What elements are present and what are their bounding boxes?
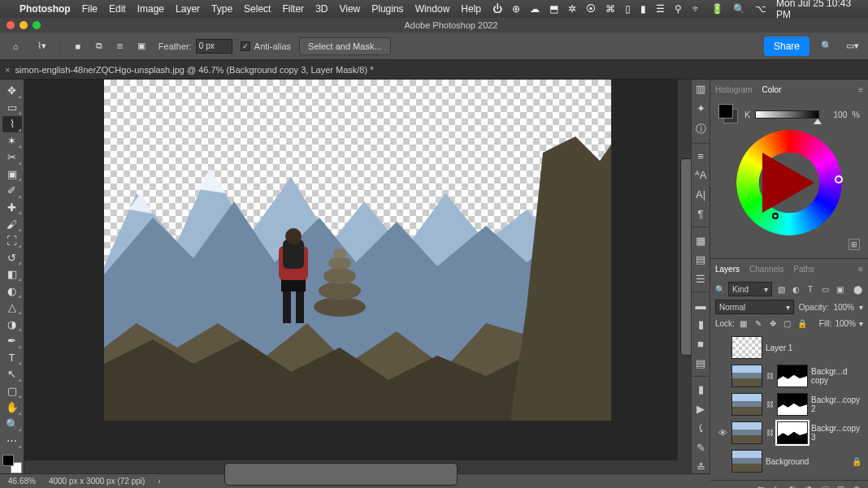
collapsed-panel-icon[interactable]: ≡ bbox=[692, 149, 710, 162]
tab-histogram[interactable]: Histogram bbox=[715, 85, 753, 94]
layer-thumbnail[interactable] bbox=[731, 336, 762, 359]
layer-row[interactable]: Layer 1 bbox=[715, 334, 863, 361]
lock-transparent-icon[interactable]: ▦ bbox=[738, 317, 749, 329]
tool-preset-dropdown[interactable]: ⌇▾ bbox=[33, 37, 50, 55]
collapsed-panel-icon[interactable]: ¶ bbox=[692, 208, 710, 221]
foreground-swatch[interactable] bbox=[718, 104, 733, 119]
opacity-dropdown-icon[interactable]: ▾ bbox=[859, 303, 863, 312]
lock-all-icon[interactable]: 🔒 bbox=[796, 317, 808, 329]
dodge-tool[interactable]: ◑ bbox=[2, 316, 22, 332]
menu-help[interactable]: Help bbox=[461, 3, 481, 15]
delete-icon[interactable]: 🗑 bbox=[853, 485, 861, 489]
layer-row[interactable]: ⛓Backgr...d copy bbox=[715, 362, 863, 390]
panel-menu-icon[interactable]: ≡ bbox=[858, 85, 863, 94]
fill-value[interactable]: 100% bbox=[835, 319, 856, 328]
collapsed-panel-icon[interactable]: ▬ bbox=[692, 299, 710, 312]
tab-channels[interactable]: Channels bbox=[749, 265, 783, 274]
battery-icon[interactable]: 🔋 bbox=[711, 3, 723, 15]
k-value[interactable]: 100 bbox=[824, 110, 847, 119]
fill-dropdown-icon[interactable]: ▾ bbox=[859, 319, 863, 328]
menu-filter[interactable]: Filter bbox=[282, 3, 304, 15]
link-icon[interactable]: ⛓ bbox=[766, 372, 774, 380]
wifi-icon[interactable]: ᯤ bbox=[692, 3, 701, 15]
workspace-dropdown[interactable]: ▭▾ bbox=[844, 37, 861, 55]
layer-row[interactable]: 👁⛓Backgr...copy 3 bbox=[715, 419, 863, 447]
status-icon[interactable]: ✲ bbox=[568, 3, 576, 15]
collapsed-panel-icon[interactable]: ▦ bbox=[692, 234, 710, 247]
minimize-window-button[interactable] bbox=[20, 21, 28, 29]
status-icon[interactable]: ▮ bbox=[640, 3, 646, 15]
pen-tool[interactable]: ✒ bbox=[2, 333, 22, 349]
document-info-chevron-icon[interactable]: › bbox=[158, 477, 160, 486]
collapsed-panel-icon[interactable]: ᴬA bbox=[692, 169, 710, 182]
group-icon[interactable]: ▢ bbox=[821, 484, 829, 488]
collapsed-panel-icon[interactable]: ⤹ bbox=[692, 422, 710, 435]
layer-thumbnail[interactable] bbox=[731, 421, 762, 444]
vertical-scrollbar[interactable] bbox=[678, 80, 691, 473]
layer-thumbnail[interactable] bbox=[731, 450, 762, 473]
layer-mask-thumbnail[interactable] bbox=[777, 365, 808, 387]
status-icon[interactable]: ▯ bbox=[625, 3, 631, 15]
zoom-tool[interactable]: 🔍 bbox=[2, 417, 22, 433]
lock-pixels-icon[interactable]: ✎ bbox=[753, 317, 764, 329]
color-wheel[interactable] bbox=[736, 130, 842, 235]
home-button[interactable]: ⌂ bbox=[7, 37, 24, 55]
control-center-icon[interactable]: ⌥ bbox=[755, 3, 766, 15]
app-menu[interactable]: Photoshop bbox=[20, 3, 71, 15]
collapsed-panel-icon[interactable]: ▮ bbox=[692, 318, 710, 331]
layer-mask-thumbnail[interactable] bbox=[777, 393, 808, 416]
collapsed-panel-icon[interactable]: ✦ bbox=[692, 102, 710, 115]
tab-color[interactable]: Color bbox=[762, 85, 782, 94]
shape-tool[interactable]: ▢ bbox=[2, 383, 22, 399]
crop-tool[interactable]: ✂ bbox=[2, 149, 22, 166]
new-selection-button[interactable]: ■ bbox=[69, 37, 87, 55]
layer-name[interactable]: Backgr...copy 2 bbox=[811, 395, 861, 413]
collapsed-panel-icon[interactable]: ☰ bbox=[692, 273, 710, 286]
filter-kind-dropdown[interactable]: Kind▾ bbox=[728, 282, 772, 296]
status-icon[interactable]: ⬒ bbox=[549, 3, 558, 15]
type-tool[interactable]: T bbox=[2, 350, 22, 366]
menu-3d[interactable]: 3D bbox=[315, 3, 328, 15]
menu-image[interactable]: Image bbox=[137, 3, 164, 15]
filter-toggle[interactable]: ⬤ bbox=[852, 283, 863, 295]
filter-pixel-icon[interactable]: ▧ bbox=[775, 283, 787, 295]
menu-edit[interactable]: Edit bbox=[109, 3, 126, 15]
status-icon[interactable]: ⌘ bbox=[605, 3, 615, 15]
k-slider[interactable] bbox=[755, 110, 819, 119]
collapsed-panel-icon[interactable]: ⓘ bbox=[692, 122, 710, 136]
link-layers-icon[interactable]: ⥃ bbox=[757, 484, 765, 488]
maximize-window-button[interactable] bbox=[33, 21, 41, 29]
status-icon[interactable]: ⚲ bbox=[675, 3, 682, 15]
move-tool[interactable]: ✥ bbox=[2, 83, 22, 99]
layer-thumbnail[interactable] bbox=[731, 393, 762, 416]
tab-layers[interactable]: Layers bbox=[715, 265, 740, 274]
layer-name[interactable]: Backgr...copy 3 bbox=[811, 424, 861, 442]
panel-menu-icon[interactable]: ≡ bbox=[858, 265, 863, 274]
spotlight-icon[interactable]: 🔍 bbox=[733, 3, 745, 15]
share-button[interactable]: Share bbox=[764, 37, 809, 56]
lock-position-icon[interactable]: ✥ bbox=[767, 317, 779, 329]
close-window-button[interactable] bbox=[7, 21, 15, 29]
clone-stamp-tool[interactable]: ⛶ bbox=[2, 233, 22, 249]
magic-wand-tool[interactable]: ✶ bbox=[2, 133, 22, 149]
collapsed-panel-icon[interactable]: ▮ bbox=[692, 383, 710, 396]
filter-search-icon[interactable]: 🔍 bbox=[715, 285, 725, 294]
close-tab-button[interactable]: × bbox=[5, 65, 10, 75]
brush-tool[interactable]: 🖌 bbox=[2, 216, 22, 232]
intersect-selection-button[interactable]: ▣ bbox=[132, 37, 150, 55]
eraser-tool[interactable]: ◧ bbox=[2, 266, 22, 283]
menu-window[interactable]: Window bbox=[415, 3, 450, 15]
menu-plugins[interactable]: Plugins bbox=[371, 3, 403, 15]
feather-input[interactable] bbox=[196, 39, 232, 54]
menu-view[interactable]: View bbox=[339, 3, 360, 15]
layer-thumbnail[interactable] bbox=[731, 365, 762, 387]
tab-paths[interactable]: Paths bbox=[793, 265, 814, 274]
layer-row[interactable]: Background🔒 bbox=[715, 447, 863, 475]
document-canvas[interactable] bbox=[104, 80, 611, 421]
eyedropper-tool[interactable]: ✐ bbox=[2, 183, 22, 199]
path-select-tool[interactable]: ↖ bbox=[2, 366, 22, 382]
mask-icon[interactable]: ◐ bbox=[788, 484, 796, 488]
adjustment-icon[interactable]: ◑ bbox=[805, 484, 813, 488]
visibility-eye-icon[interactable]: 👁 bbox=[717, 428, 728, 438]
collapsed-panel-icon[interactable]: ▥ bbox=[692, 83, 710, 96]
